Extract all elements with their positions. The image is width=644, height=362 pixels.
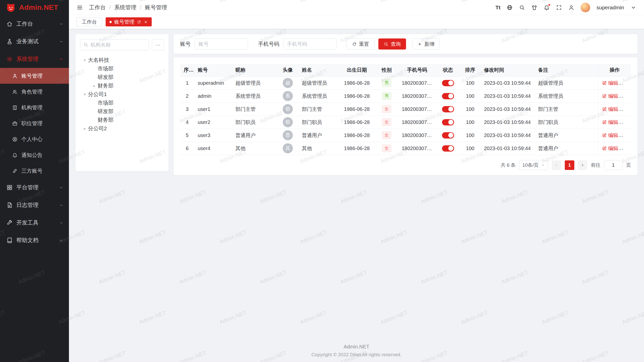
- status-toggle[interactable]: [442, 119, 454, 125]
- sidebar-item-workbench[interactable]: 工作台: [0, 15, 69, 33]
- org-search: [80, 39, 149, 50]
- sidebar-item-personal-center[interactable]: 个人中心: [0, 131, 69, 147]
- username[interactable]: superadmin: [596, 5, 624, 11]
- caret-right-icon[interactable]: ▸: [91, 83, 98, 88]
- tab-workbench[interactable]: 工作台: [76, 17, 102, 26]
- org-tree-toolbar: ···: [80, 39, 164, 50]
- sidebar-item-dev-tools[interactable]: 开发工具: [0, 214, 69, 232]
- status-toggle[interactable]: [442, 145, 454, 152]
- column-header: 性别: [375, 64, 398, 76]
- add-button[interactable]: 新增: [412, 38, 440, 50]
- tab-account-mgmt[interactable]: 账号管理: [106, 17, 152, 26]
- caret-down-icon[interactable]: ▾: [82, 92, 88, 97]
- sidebar: Admin.NET 工作台业务测试系统管理账号管理角色管理机构管理职位管理个人中…: [0, 0, 69, 362]
- position-icon: [12, 121, 18, 126]
- hamburger-menu-icon[interactable]: [76, 4, 83, 11]
- sidebar-item-role-mgmt[interactable]: 角色管理: [0, 84, 69, 100]
- chevron-down-icon: [59, 221, 63, 225]
- row-avatar: 部: [283, 104, 293, 114]
- notification-badge: [548, 4, 551, 6]
- edit-button[interactable]: 编辑: [602, 132, 618, 139]
- page-size-select[interactable]: 10条/页: [519, 160, 548, 170]
- help-icon: [7, 237, 13, 243]
- brand[interactable]: Admin.NET: [0, 0, 69, 15]
- avatar[interactable]: [581, 3, 590, 12]
- status-toggle[interactable]: [442, 80, 454, 86]
- tree-node[interactable]: ▸财务部: [80, 81, 164, 90]
- user-settings-icon[interactable]: [568, 5, 574, 11]
- tree-node[interactable]: 市场部: [80, 64, 164, 73]
- tab-label: 工作台: [82, 19, 97, 25]
- gender-badge: 女: [382, 105, 391, 113]
- phone-input[interactable]: [283, 38, 337, 50]
- goto-page-input[interactable]: [604, 160, 623, 170]
- account-input[interactable]: [195, 38, 248, 50]
- table-row: 5user3普通用户普普通用户1986-06-28女18020030720100…: [180, 129, 631, 142]
- column-header: 备注: [535, 64, 598, 76]
- table-header-row: 序号账号昵称头像姓名出生日期性别手机号码状态排序修改时间备注操作: [180, 64, 631, 76]
- font-size-icon[interactable]: Tt: [495, 5, 500, 10]
- tools-icon: [7, 220, 13, 226]
- tree-node[interactable]: 财务部: [80, 116, 164, 124]
- sidebar-item-platform-mgmt[interactable]: 平台管理: [0, 179, 69, 196]
- tree-node[interactable]: 市场部: [80, 99, 164, 107]
- org-search-input[interactable]: [91, 42, 146, 48]
- row-avatar: 超: [283, 78, 293, 88]
- edit-button[interactable]: 编辑: [602, 119, 618, 126]
- search-button[interactable]: 查询: [378, 38, 406, 50]
- breadcrumb-item-system[interactable]: 系统管理: [114, 4, 136, 11]
- right-column: 账号 手机号码 重置 查询 新增: [174, 34, 637, 175]
- active-tab-dot: [109, 21, 112, 23]
- sidebar-item-help-docs[interactable]: 帮助文档: [0, 232, 69, 249]
- org-more-button[interactable]: ···: [152, 39, 164, 50]
- language-icon[interactable]: [507, 5, 513, 11]
- page-1-button[interactable]: 1: [565, 160, 574, 170]
- tree-node[interactable]: 研发部: [80, 73, 164, 81]
- search-icon[interactable]: [519, 5, 525, 11]
- reset-button[interactable]: 重置: [347, 38, 374, 50]
- tree-node[interactable]: 研发部: [80, 107, 164, 116]
- breadcrumb-separator: /: [109, 4, 111, 11]
- sidebar-item-org-mgmt[interactable]: 机构管理: [0, 100, 69, 115]
- row-avatar: 系: [283, 91, 293, 101]
- column-header: 排序: [460, 64, 480, 76]
- prev-page-button[interactable]: [552, 160, 561, 170]
- tree-node[interactable]: ▸分公司2: [80, 124, 164, 133]
- gender-badge: 女: [382, 131, 391, 139]
- caret-down-icon[interactable]: ▾: [82, 58, 88, 63]
- notification-bell-icon[interactable]: [544, 5, 550, 11]
- next-page-button[interactable]: [578, 160, 587, 170]
- platform-icon: [7, 185, 13, 191]
- brand-logo-icon: [6, 2, 16, 13]
- chevron-down-icon[interactable]: [630, 5, 636, 11]
- org-icon: [12, 105, 18, 110]
- column-header: 出生日期: [339, 64, 375, 76]
- sidebar-item-notice[interactable]: 通知公告: [0, 147, 69, 163]
- user-icon: [12, 73, 18, 79]
- sidebar-item-system-mgmt[interactable]: 系统管理: [0, 50, 69, 68]
- edit-button[interactable]: 编辑: [602, 145, 618, 152]
- sidebar-item-business-test[interactable]: 业务测试: [0, 33, 69, 50]
- chevron-left-icon: [554, 163, 558, 167]
- status-toggle[interactable]: [442, 132, 454, 139]
- sidebar-item-account-mgmt[interactable]: 账号管理: [0, 68, 69, 84]
- sidebar-item-position-mgmt[interactable]: 职位管理: [0, 115, 69, 131]
- refresh-icon[interactable]: [137, 20, 141, 24]
- breadcrumb-item-workbench[interactable]: 工作台: [89, 4, 106, 11]
- tree-node[interactable]: ▾大名科技: [80, 56, 164, 64]
- sidebar-item-third-party-account[interactable]: 三方账号: [0, 163, 69, 179]
- fullscreen-icon[interactable]: [556, 5, 562, 11]
- edit-button[interactable]: 编辑: [602, 106, 618, 113]
- gear-icon: [7, 56, 13, 62]
- close-icon[interactable]: [144, 20, 148, 24]
- edit-button[interactable]: 编辑: [602, 93, 618, 100]
- theme-icon[interactable]: [531, 5, 537, 11]
- tree-node[interactable]: ▾分公司1: [80, 90, 164, 99]
- status-toggle[interactable]: [442, 93, 454, 99]
- table-row: 6user4其他其其他1986-06-28女180200307201002023…: [180, 142, 631, 155]
- caret-right-icon[interactable]: ▸: [82, 126, 88, 131]
- edit-button[interactable]: 编辑: [602, 80, 618, 86]
- sidebar-item-log-mgmt[interactable]: 日志管理: [0, 196, 69, 214]
- chevron-down-icon: [59, 186, 63, 190]
- status-toggle[interactable]: [442, 106, 454, 112]
